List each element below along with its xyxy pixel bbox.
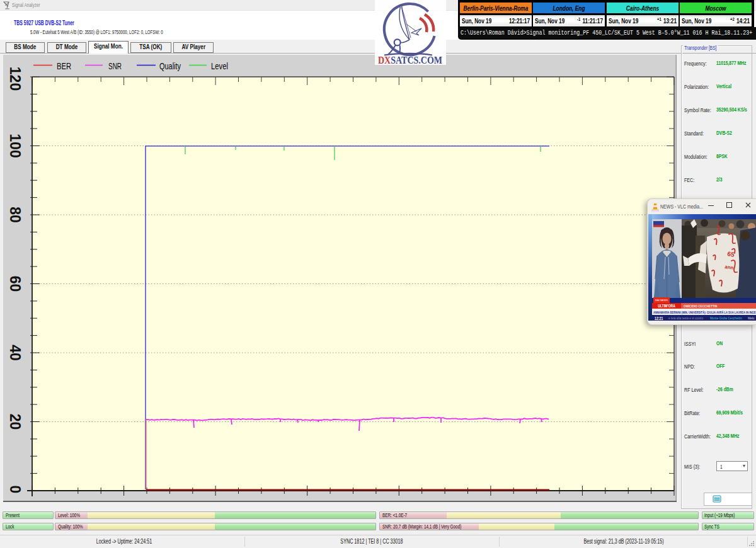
svg-text:DXSATCS.COM: DXSATCS.COM: [378, 54, 442, 66]
svg-text:60: 60: [7, 276, 23, 292]
svg-text:20: 20: [7, 414, 23, 430]
svg-text:0: 0: [7, 486, 23, 494]
svg-text:Quality: Quality: [159, 61, 181, 71]
svg-text:80: 80: [7, 207, 23, 223]
svg-text:40: 40: [7, 345, 23, 361]
svg-text:Level: Level: [211, 61, 228, 71]
svg-text:BER: BER: [57, 61, 71, 71]
svg-text:SNR: SNR: [108, 61, 122, 71]
svg-text:100: 100: [7, 134, 23, 157]
svg-text:120: 120: [7, 67, 23, 91]
